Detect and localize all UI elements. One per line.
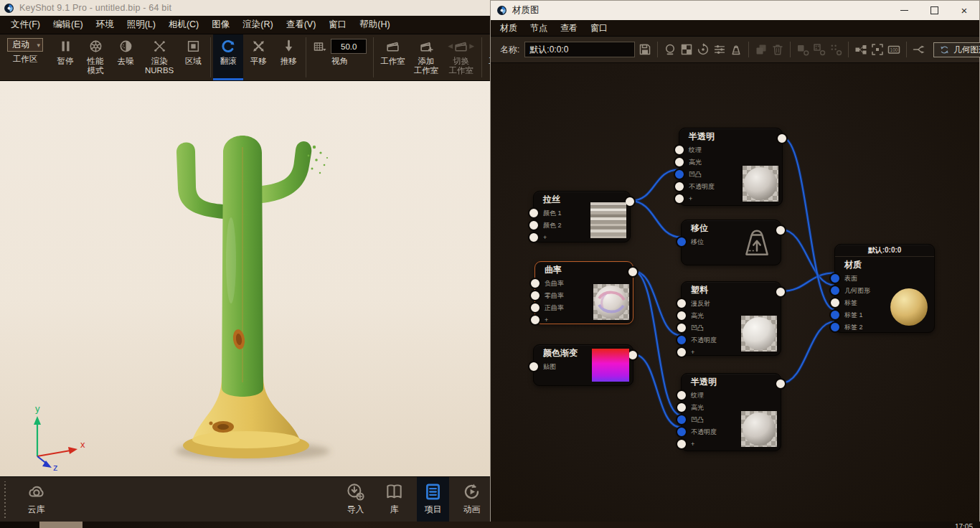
graph-node-displace[interactable]: 移位移位 [681,220,781,265]
material-name-input[interactable] [524,42,635,57]
toolbar-button-7[interactable]: 平移 [243,34,273,80]
graph-node-plastic[interactable]: 塑料漫反射高光凹凸不透明度+ [681,281,781,356]
input-port[interactable] [529,314,541,326]
output-port[interactable] [775,378,786,390]
node-title: 曲率 [535,262,633,275]
graph-toolbar: 名称: 100 几何图形节点 [491,37,979,63]
graph-node-curvature[interactable]: 曲率负曲率零曲率正曲率+ [534,261,633,324]
toolbar-button-4[interactable]: 区域 [178,34,208,80]
toolbar-button-label: 推移 [281,57,297,66]
input-port[interactable] [676,438,687,450]
delete-icon[interactable] [771,42,785,57]
prev-studio-icon[interactable]: ◀ [448,39,453,54]
toolbar-button-1[interactable]: 性能模式 [80,34,110,80]
port-label: 不透明度 [691,428,717,435]
graph-window-title: 材质图 [512,4,540,16]
port-label: 纹理 [689,146,702,154]
fit-view-icon[interactable] [870,42,885,57]
main-menu-item-2[interactable]: 环境 [90,16,121,34]
show-connections-icon[interactable] [854,42,868,57]
main-menu-item-1[interactable]: 编辑(E) [47,16,90,34]
toolbar-button-14[interactable]: ◀▶切换工作室 [443,34,479,80]
port-label: + [545,316,548,324]
dock-button-right-2[interactable]: 项目 [417,477,449,522]
input-port[interactable] [528,361,540,372]
update-preview-icon[interactable] [696,42,710,57]
dock-button-right-1[interactable]: 库 [378,477,410,522]
graph-node-translucent_top[interactable]: 半透明纹理高光凹凸不透明度+ [679,128,783,206]
output-port[interactable] [775,286,786,298]
minimize-button[interactable] [889,1,919,20]
graph-node-translucent_bottom[interactable]: 半透明纹理高光凹凸不透明度+ [681,373,781,451]
output-port[interactable] [776,133,788,144]
main-menu-item-6[interactable]: 渲染(R) [236,16,279,34]
taskbar-app-button[interactable] [39,522,83,528]
geometry-node-button[interactable]: 几何图形节点 [933,42,980,57]
input-port[interactable] [676,346,687,358]
main-menu-item-0[interactable]: 文件(F) [4,16,47,34]
dock-drag-handle[interactable] [4,481,6,519]
workspace-group: 启动 ▾ 工作区 [6,34,46,80]
dock-button-right-3[interactable]: 动画 [456,477,488,522]
dock-button-left-0[interactable]: 云库 [20,477,52,522]
render-run-combo[interactable]: 启动 ▾ [7,38,43,52]
ungroup-nodes-icon[interactable] [829,42,843,57]
node-preview [590,202,626,238]
main-menu-item-5[interactable]: 图像 [205,16,236,34]
input-port[interactable] [674,193,685,204]
close-button[interactable]: × [949,1,979,20]
svg-text:100: 100 [890,47,898,52]
graph-menu-item-1[interactable]: 节点 [524,20,554,36]
node-graph-canvas[interactable]: 半透明纹理高光凹凸不透明度+拉丝颜色 1颜色 2+移位移位曲率负曲率零曲率正曲率… [491,63,979,522]
dock-button-label: 项目 [425,504,442,516]
cloud-library-icon [27,482,46,501]
output-port[interactable] [627,266,639,278]
main-menu-item-9[interactable]: 帮助(H) [353,16,396,34]
texture-checker-icon[interactable] [679,42,694,57]
graph-toolbar-icons: 100 [637,42,927,57]
displacement-weight-icon[interactable] [729,42,743,57]
next-studio-icon[interactable]: ▶ [469,39,474,54]
node-preview [890,288,928,326]
material-preview-icon[interactable] [663,42,677,57]
refresh-icon [939,44,950,55]
graph-node-material_root[interactable]: 默认:0:0:0材质表面几何图形标签标签 1标签 2 [834,244,935,333]
toolbar-button-2[interactable]: 去噪 [110,34,141,80]
viewport-3d[interactable]: y x z [0,81,491,476]
toolbar-button-3[interactable]: 渲染NURBS [141,34,178,80]
auto-layout-icon[interactable] [912,42,926,57]
input-port[interactable] [829,321,841,333]
toolbar-button-6[interactable]: 翻滚 [213,34,243,80]
toolbar-button-8[interactable]: 推移 [273,34,303,80]
input-port[interactable] [676,236,687,248]
input-port[interactable] [528,232,540,243]
merge-icon[interactable] [796,42,810,57]
graph-menu-item-0[interactable]: 材质 [494,20,524,36]
graph-menu-item-2[interactable]: 查看 [554,20,584,36]
main-menu-item-8[interactable]: 窗口 [322,16,353,34]
save-icon[interactable] [638,42,652,57]
toolbar-button-0[interactable]: 暂停 [50,34,80,80]
keyshot-main-window: KeyShot 9.1 Pro - untitled.bip - 64 bit … [0,0,491,522]
graph-menu-item-3[interactable]: 窗口 [584,20,614,36]
port-label: 纹理 [691,392,704,399]
toolbar-button-13[interactable]: 添加工作室 [410,34,443,80]
settings-sliders-icon[interactable] [712,42,727,57]
graph-node-gradient[interactable]: 颜色渐变贴图 [533,344,633,386]
main-menu-item-4[interactable]: 相机(C) [162,16,205,34]
main-menu-item-3[interactable]: 照明(L) [121,16,162,34]
fov-input[interactable] [331,39,367,54]
toolbar-button-12[interactable]: 工作室 [376,34,410,80]
maximize-button[interactable] [919,1,949,20]
output-port[interactable] [775,225,786,236]
port-label: 贴图 [543,363,556,370]
duplicate-icon[interactable] [754,42,768,57]
main-menu-item-7[interactable]: 查看(V) [280,16,323,34]
zoom-100-icon[interactable]: 100 [887,42,901,57]
toolbar-separator [306,37,306,77]
group-nodes-icon[interactable] [812,42,826,57]
graph-node-brushed[interactable]: 拉丝颜色 1颜色 2+ [533,191,631,242]
port-row: 纹理 [679,142,782,154]
dock-button-right-0[interactable]: 导入 [339,477,372,522]
axis-label-x: x [80,439,85,450]
